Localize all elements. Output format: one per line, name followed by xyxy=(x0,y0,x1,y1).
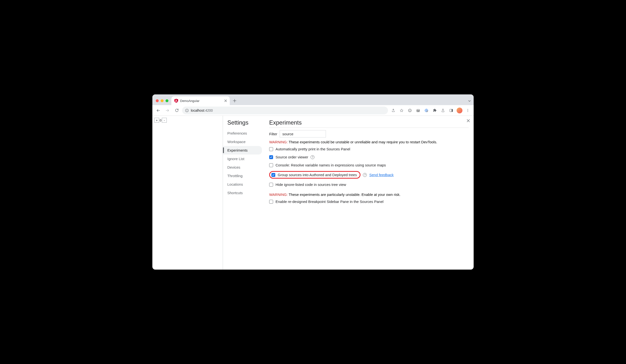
window-controls xyxy=(156,99,168,102)
svg-point-15 xyxy=(468,109,468,109)
tab-title: DemoAngular xyxy=(180,99,223,103)
experiment-checkbox[interactable] xyxy=(269,155,273,159)
experiment-label: Source order viewer xyxy=(275,155,308,159)
settings-nav-item[interactable]: Shortcuts xyxy=(227,188,262,197)
new-tab-button[interactable] xyxy=(231,97,238,104)
decrement-button[interactable]: - xyxy=(162,118,167,123)
address-bar[interactable]: localhost:4200 xyxy=(182,107,388,114)
bookmark-icon[interactable] xyxy=(398,107,405,114)
counter-widget: + 0 - xyxy=(154,118,221,123)
experiments-heading: Experiments xyxy=(269,119,469,126)
experiment-label: Automatically pretty print in the Source… xyxy=(275,147,350,151)
svg-point-8 xyxy=(417,110,418,112)
counter-value: 0 xyxy=(159,118,162,122)
angular-icon xyxy=(174,99,178,103)
browser-tab[interactable]: DemoAngular xyxy=(171,96,230,105)
svg-point-6 xyxy=(409,110,410,110)
experiment-label: Hide ignore-listed code in sources tree … xyxy=(275,182,346,187)
browser-tabstrip: DemoAngular xyxy=(152,94,474,105)
extension-globe-icon[interactable] xyxy=(423,107,430,114)
window-minimize-button[interactable] xyxy=(161,99,163,102)
experiment-label: Enable re-designed Breakpoint Sidebar Pa… xyxy=(275,200,384,204)
filter-input[interactable] xyxy=(280,130,326,138)
window-close-button[interactable] xyxy=(156,99,159,102)
share-icon[interactable] xyxy=(390,107,397,114)
svg-point-17 xyxy=(468,111,468,112)
experiment-checkbox[interactable] xyxy=(269,183,273,187)
incognito-icon[interactable] xyxy=(414,107,422,114)
tabs-dropdown-button[interactable] xyxy=(468,99,471,103)
help-icon[interactable]: ? xyxy=(363,173,367,177)
warning-label: WARNING: xyxy=(269,140,288,144)
svg-point-5 xyxy=(408,109,411,112)
window-zoom-button[interactable] xyxy=(165,99,168,102)
tab-close-button[interactable] xyxy=(224,100,227,102)
experiment-checkbox[interactable] xyxy=(269,147,273,151)
settings-nav-item[interactable]: Preferences xyxy=(227,129,262,138)
warning-label: WARNING: xyxy=(269,192,288,197)
highlighted-experiment: Group sources into Authored and Deployed… xyxy=(269,171,360,179)
settings-nav-item[interactable]: Locations xyxy=(227,180,262,188)
warning-text: These experiments are particularly unsta… xyxy=(288,192,400,197)
svg-point-16 xyxy=(468,110,468,110)
experiment-checkbox[interactable] xyxy=(269,163,273,167)
svg-rect-3 xyxy=(187,110,187,111)
experiment-row: Automatically pretty print in the Source… xyxy=(269,147,469,151)
browser-toolbar: localhost:4200 xyxy=(152,105,474,116)
help-icon[interactable]: ? xyxy=(311,155,314,159)
warning-text: These experiments could be unstable or u… xyxy=(288,140,437,144)
svg-point-4 xyxy=(187,109,187,110)
settings-sidebar: Settings PreferencesWorkspaceExperiments… xyxy=(223,116,262,270)
profile-avatar[interactable] xyxy=(456,107,464,114)
reload-button[interactable] xyxy=(173,107,181,114)
close-settings-button[interactable] xyxy=(465,118,471,124)
experiment-label: Console: Resolve variable names in expre… xyxy=(275,163,386,167)
experiment-row: Enable re-designed Breakpoint Sidebar Pa… xyxy=(269,200,469,204)
extension-face-icon[interactable] xyxy=(406,107,414,114)
increment-button[interactable]: + xyxy=(154,118,159,123)
settings-nav-item[interactable]: Ignore List xyxy=(227,154,262,163)
settings-nav-item[interactable]: Throttling xyxy=(227,172,262,180)
experiment-checkbox[interactable] xyxy=(269,200,273,204)
experiment-row: Console: Resolve variable names in expre… xyxy=(269,163,469,167)
svg-rect-14 xyxy=(451,109,453,112)
site-info-icon[interactable] xyxy=(185,109,189,112)
devtools-settings-panel: Settings PreferencesWorkspaceExperiments… xyxy=(223,116,474,270)
forward-button[interactable] xyxy=(163,107,171,114)
url-text: localhost:4200 xyxy=(191,109,213,112)
svg-point-9 xyxy=(418,110,419,112)
settings-nav-item[interactable]: Workspace xyxy=(227,138,262,146)
settings-nav-item[interactable]: Devices xyxy=(227,163,262,172)
settings-nav-item[interactable]: Experiments xyxy=(223,146,262,154)
settings-content: Experiments Filter WARNING: These experi… xyxy=(262,116,474,270)
settings-heading: Settings xyxy=(227,119,262,126)
back-button[interactable] xyxy=(154,107,162,114)
svg-point-7 xyxy=(410,110,411,110)
experiment-label: Group sources into Authored and Deployed… xyxy=(278,173,357,177)
extensions-icon[interactable] xyxy=(431,107,439,114)
experiment-row: Group sources into Authored and Deployed… xyxy=(269,171,469,179)
svg-rect-12 xyxy=(427,111,427,112)
filter-label: Filter xyxy=(269,132,277,136)
send-feedback-link[interactable]: Send feedback xyxy=(369,173,393,177)
side-panel-icon[interactable] xyxy=(447,107,455,114)
experiment-row: Source order viewer? xyxy=(269,155,469,159)
page-viewport: + 0 - xyxy=(152,116,223,270)
labs-icon[interactable] xyxy=(439,107,447,114)
experiment-checkbox[interactable] xyxy=(271,173,275,177)
chrome-menu-icon[interactable] xyxy=(464,107,472,114)
experiment-row: Hide ignore-listed code in sources tree … xyxy=(269,182,469,187)
